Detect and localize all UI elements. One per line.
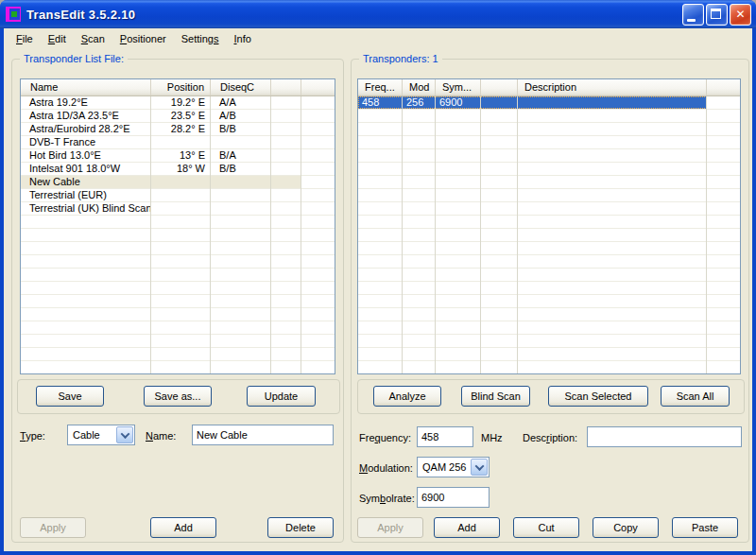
analyze-button[interactable]: Analyze — [373, 386, 441, 407]
menu-item-edit[interactable]: Edit — [41, 30, 74, 47]
table-row[interactable]: Astra 1D/3A 23.5°E23.5° EA/B — [21, 110, 335, 123]
cell — [358, 295, 403, 307]
cell — [481, 242, 518, 254]
column-header-blank-3[interactable] — [481, 79, 518, 95]
empty-row — [21, 229, 335, 242]
cell — [436, 216, 481, 228]
name-input[interactable] — [192, 425, 334, 445]
grid-line — [270, 96, 271, 374]
cell — [481, 295, 518, 307]
cell — [518, 255, 707, 268]
save-as-button[interactable]: Save as... — [144, 386, 212, 407]
apply-button[interactable]: Apply — [357, 517, 423, 538]
column-header-position[interactable]: Position — [151, 79, 211, 95]
cell — [403, 361, 436, 373]
cell — [518, 163, 707, 175]
column-header-name[interactable]: Name — [21, 79, 151, 95]
table-row[interactable]: New Cable — [21, 176, 335, 189]
mhz-unit-label: MHz — [481, 432, 503, 444]
menu-item-settings[interactable]: Settings — [174, 30, 227, 47]
column-header-sym[interactable]: Sym... — [436, 79, 481, 95]
table-row[interactable]: Astra 19.2°E19.2° EA/A — [21, 96, 335, 110]
cell: Astra 1D/3A 23.5°E — [21, 110, 151, 122]
cell — [481, 269, 518, 281]
cell — [211, 348, 271, 360]
cell: 28.2° E — [151, 123, 211, 135]
cell — [21, 361, 151, 373]
cell — [481, 96, 518, 109]
modulation-select[interactable]: QAM 256 — [417, 457, 490, 477]
empty-row — [358, 136, 740, 149]
cell — [271, 110, 301, 122]
cell — [403, 269, 436, 281]
column-header-mod[interactable]: Mod — [403, 79, 436, 95]
save-button[interactable]: Save — [36, 386, 104, 407]
description-input[interactable] — [587, 426, 742, 447]
minimize-button[interactable] — [682, 4, 704, 26]
cell: 256 — [403, 96, 436, 109]
menu-item-positioner[interactable]: Positioner — [112, 30, 174, 47]
column-header-freq[interactable]: Freq... — [358, 79, 403, 95]
close-button[interactable]: ✕ — [730, 4, 751, 26]
scan-all-button[interactable]: Scan All — [661, 386, 730, 407]
column-header-blank-3[interactable] — [271, 79, 301, 95]
table-row[interactable]: 4582566900 — [358, 96, 740, 110]
type-select[interactable]: Cable — [67, 425, 135, 445]
empty-row — [358, 308, 740, 321]
cell: 458 — [358, 96, 403, 109]
cell — [211, 136, 271, 148]
title-bar[interactable]: TransEdit 3.5.2.10 ✕ — [0, 0, 756, 28]
table-row[interactable]: Terrestrial (UK) Blind Scan — [21, 202, 335, 216]
empty-row — [358, 202, 740, 216]
app-icon — [6, 7, 21, 22]
cell — [151, 321, 211, 334]
cell — [403, 176, 436, 188]
file-buttons-frame: Save Save as... Update — [17, 379, 340, 414]
chevron-down-icon — [120, 429, 129, 439]
cell — [358, 255, 403, 268]
table-row[interactable]: Astra/Eurobird 28.2°E28.2° EB/B — [21, 123, 335, 136]
table-row[interactable]: Hot Bird 13.0°E13° EB/A — [21, 149, 335, 163]
blind-scan-button[interactable]: Blind Scan — [461, 386, 530, 407]
delete-button[interactable]: Delete — [267, 517, 334, 538]
menu-item-scan[interactable]: Scan — [74, 30, 112, 47]
add-button[interactable]: Add — [434, 517, 500, 538]
type-dropdown-button[interactable] — [116, 426, 133, 443]
grid-line — [480, 96, 481, 374]
add-button[interactable]: Add — [150, 517, 216, 538]
cell — [151, 176, 211, 188]
maximize-button[interactable] — [706, 4, 728, 26]
type-label: Type: — [20, 430, 45, 442]
copy-button[interactable]: Copy — [593, 517, 659, 538]
menu-item-info[interactable]: Info — [226, 30, 258, 47]
menu-item-file[interactable]: File — [9, 30, 41, 47]
cell — [436, 189, 481, 201]
cell — [151, 295, 211, 307]
cell — [518, 123, 707, 135]
update-button[interactable]: Update — [247, 386, 316, 407]
table-row[interactable]: DVB-T France — [21, 136, 335, 149]
cell — [403, 295, 436, 307]
symbolrate-input[interactable] — [417, 487, 490, 508]
frequency-input[interactable] — [417, 426, 473, 447]
cell: 6900 — [436, 96, 481, 109]
modulation-label: Modulation: — [359, 462, 413, 475]
cell — [271, 229, 301, 241]
cut-button[interactable]: Cut — [513, 517, 579, 538]
transponders-list[interactable]: Freq...ModSym...Description 4582566900 — [357, 78, 741, 374]
column-header-diseqc[interactable]: DiseqC — [211, 79, 271, 95]
cell — [481, 361, 518, 373]
cell — [151, 202, 211, 215]
paste-button[interactable]: Paste — [672, 517, 738, 538]
apply-button[interactable]: Apply — [20, 517, 86, 538]
cell — [481, 255, 518, 268]
modulation-dropdown-button[interactable] — [471, 459, 488, 476]
empty-row — [358, 189, 740, 202]
table-row[interactable]: Intelsat 901 18.0°W18° WB/B — [21, 163, 335, 176]
table-row[interactable]: Terrestrial (EUR) — [21, 189, 335, 202]
app-icon-layer — [11, 11, 17, 17]
scan-selected-button[interactable]: Scan Selected — [548, 386, 648, 407]
column-header-description[interactable]: Description — [518, 79, 707, 95]
cell — [151, 269, 211, 281]
transponder-file-list[interactable]: NamePositionDiseqC Astra 19.2°E19.2° EA/… — [20, 78, 335, 374]
